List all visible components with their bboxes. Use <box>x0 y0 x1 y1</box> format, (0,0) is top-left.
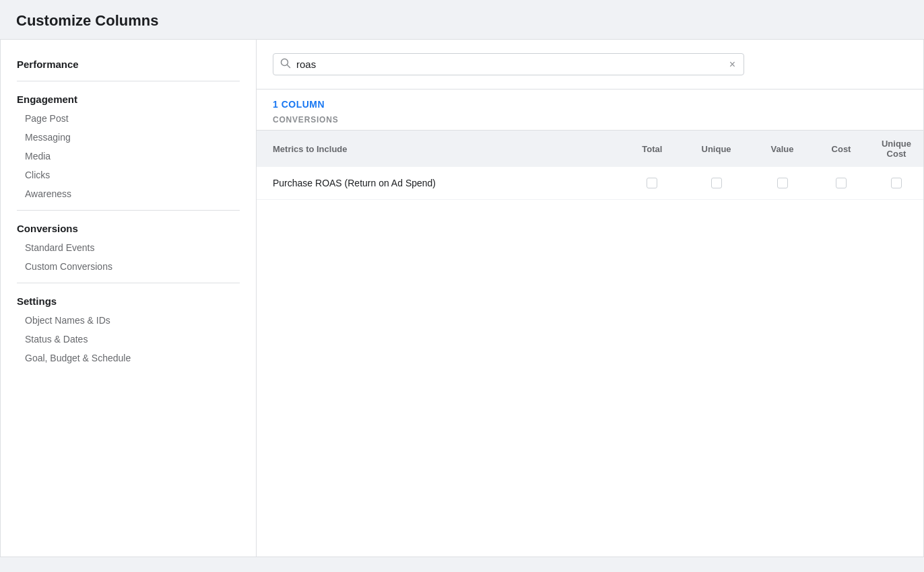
table-row: Purchase ROAS (Return on Ad Spend) <box>257 167 923 200</box>
metrics-table: Metrics to Include Total Unique Value Co… <box>257 131 923 200</box>
col-header-cost: Cost <box>813 131 869 167</box>
sidebar-section-performance[interactable]: Performance <box>1 53 256 74</box>
metric-name-purchase-roas: Purchase ROAS (Return on Ad Spend) <box>257 167 624 200</box>
divider-engagement <box>17 210 240 211</box>
sidebar-item-awareness[interactable]: Awareness <box>1 184 256 203</box>
page-header: Customize Columns <box>0 0 924 39</box>
results-header: 1 COLUMN CONVERSIONS <box>257 90 923 131</box>
sidebar-item-object-names-ids[interactable]: Object Names & IDs <box>1 311 256 330</box>
checkbox-unique[interactable] <box>711 178 722 188</box>
checkbox-unique-cost[interactable] <box>891 178 902 188</box>
sidebar-item-custom-conversions[interactable]: Custom Conversions <box>1 257 256 276</box>
sidebar-section-engagement[interactable]: Engagement <box>1 88 256 109</box>
sidebar-item-page-post[interactable]: Page Post <box>1 109 256 128</box>
page-title: Customize Columns <box>16 12 908 30</box>
search-bar-area: × <box>257 40 923 90</box>
sidebar: Performance Engagement Page Post Messagi… <box>1 40 257 557</box>
sidebar-item-messaging[interactable]: Messaging <box>1 128 256 147</box>
content-panel: × 1 COLUMN CONVERSIONS Metrics to Includ… <box>257 40 923 557</box>
col-header-value: Value <box>752 131 813 167</box>
search-icon <box>280 58 291 71</box>
col-header-unique-cost: Unique Cost <box>869 131 923 167</box>
sidebar-item-clicks[interactable]: Clicks <box>1 166 256 184</box>
col-header-name: Metrics to Include <box>257 131 624 167</box>
main-container: Performance Engagement Page Post Messagi… <box>0 39 924 557</box>
col-header-unique: Unique <box>681 131 752 167</box>
checkbox-cost[interactable] <box>836 178 847 188</box>
metric-cost-cell <box>813 167 869 200</box>
divider-performance <box>17 81 240 81</box>
section-label: CONVERSIONS <box>273 115 907 124</box>
search-wrapper: × <box>273 53 744 75</box>
search-input[interactable] <box>296 59 728 70</box>
column-count-label: 1 COLUMN <box>273 99 907 110</box>
svg-line-1 <box>288 65 290 68</box>
metric-total-cell <box>624 167 682 200</box>
sidebar-item-media[interactable]: Media <box>1 147 256 166</box>
metric-value-cell <box>752 167 813 200</box>
sidebar-section-conversions[interactable]: Conversions <box>1 217 256 238</box>
search-clear-button[interactable]: × <box>728 59 737 70</box>
checkbox-value[interactable] <box>777 178 788 188</box>
sidebar-item-goal-budget-schedule[interactable]: Goal, Budget & Schedule <box>1 349 256 367</box>
sidebar-section-settings[interactable]: Settings <box>1 290 256 311</box>
col-header-total: Total <box>624 131 682 167</box>
metric-unique-cell <box>681 167 752 200</box>
checkbox-total[interactable] <box>647 178 657 188</box>
sidebar-item-standard-events[interactable]: Standard Events <box>1 238 256 257</box>
metric-unique-cost-cell <box>869 167 923 200</box>
divider-conversions <box>17 283 240 283</box>
table-header-row: Metrics to Include Total Unique Value Co… <box>257 131 923 167</box>
sidebar-item-status-dates[interactable]: Status & Dates <box>1 330 256 349</box>
